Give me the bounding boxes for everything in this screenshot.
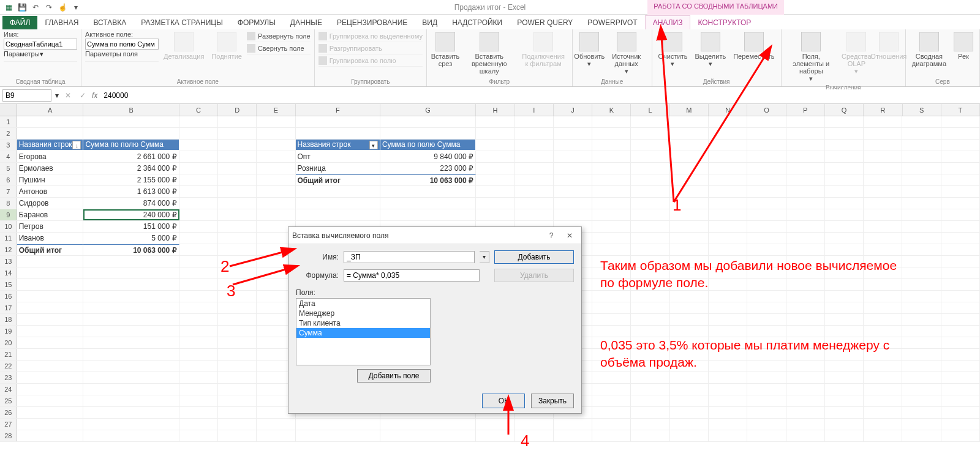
cell-K10[interactable] (592, 221, 631, 232)
cell-S15[interactable] (902, 279, 941, 290)
cell-R12[interactable] (864, 244, 902, 255)
cell-N17[interactable] (709, 302, 747, 313)
cell-P6[interactable] (786, 174, 825, 185)
cell-M11[interactable] (670, 233, 709, 244)
cell-A26[interactable] (17, 407, 84, 418)
cell-F7[interactable] (296, 186, 380, 197)
cell-R26[interactable] (864, 407, 902, 418)
cell-S28[interactable] (902, 430, 941, 441)
dialog-help-icon[interactable]: ? (543, 231, 559, 240)
cell-N19[interactable] (709, 326, 747, 337)
cell-B23[interactable] (83, 372, 179, 383)
cell-O12[interactable] (747, 244, 786, 255)
cell-C21[interactable] (179, 349, 218, 360)
row-header-8[interactable]: 8 (0, 198, 17, 209)
cell-S9[interactable] (902, 209, 941, 220)
cell-C22[interactable] (179, 361, 218, 372)
cell-N12[interactable] (709, 244, 747, 255)
cell-B7[interactable]: 1 613 000 ₽ (83, 186, 179, 197)
insert-timeline-button[interactable]: Вставить временную шкалу (462, 31, 516, 77)
cell-C11[interactable] (179, 233, 218, 244)
cell-P3[interactable] (786, 140, 825, 151)
fx-icon[interactable]: fx (92, 91, 97, 100)
cell-R10[interactable] (864, 221, 902, 232)
cell-B20[interactable] (83, 337, 179, 348)
cell-L9[interactable] (631, 209, 669, 220)
cell-A24[interactable] (17, 384, 84, 395)
cell-T19[interactable] (941, 326, 980, 337)
cell-R28[interactable] (864, 430, 902, 441)
cell-K8[interactable] (592, 198, 631, 209)
cell-N6[interactable] (709, 174, 747, 185)
cell-L17[interactable] (631, 302, 669, 313)
cell-L4[interactable] (631, 151, 669, 162)
cell-Q27[interactable] (825, 419, 864, 430)
cell-R6[interactable] (864, 174, 902, 185)
cell-O27[interactable] (747, 419, 786, 430)
cell-C19[interactable] (179, 326, 218, 337)
cell-L28[interactable] (631, 430, 669, 441)
field-params-button[interactable]: Параметры поля (85, 50, 159, 62)
cell-P25[interactable] (786, 395, 825, 406)
tab-data[interactable]: ДАННЫЕ (283, 16, 330, 29)
cell-C13[interactable] (179, 256, 218, 267)
row-header-3[interactable]: 3 (0, 140, 17, 151)
row-header-15[interactable]: 15 (0, 279, 17, 290)
cell-Q5[interactable] (825, 163, 864, 174)
cell-H2[interactable] (476, 128, 514, 139)
cell-A23[interactable] (17, 372, 84, 383)
col-header-P[interactable]: P (786, 104, 825, 116)
cell-S5[interactable] (902, 163, 941, 174)
tab-analyze[interactable]: АНАЛИЗ (645, 15, 691, 29)
cell-M10[interactable] (670, 221, 709, 232)
cell-I7[interactable] (514, 186, 553, 197)
cell-C10[interactable] (179, 221, 218, 232)
cell-S24[interactable] (902, 384, 941, 395)
cell-O19[interactable] (747, 326, 786, 337)
cell-K18[interactable] (592, 314, 631, 325)
cell-N4[interactable] (709, 151, 747, 162)
cell-D7[interactable] (218, 186, 257, 197)
cell-D24[interactable] (218, 384, 257, 395)
cell-C28[interactable] (179, 430, 218, 441)
col-header-K[interactable]: K (592, 104, 631, 116)
cell-Q6[interactable] (825, 174, 864, 185)
cell-T17[interactable] (941, 302, 980, 313)
cell-D8[interactable] (218, 198, 257, 209)
col-header-F[interactable]: F (296, 104, 380, 116)
col-header-B[interactable]: B (83, 104, 179, 116)
cell-T13[interactable] (941, 256, 980, 267)
row-header-7[interactable]: 7 (0, 186, 17, 197)
dialog-field-item[interactable]: Менеджер (296, 308, 430, 318)
cell-H4[interactable] (476, 151, 514, 162)
cell-L8[interactable] (631, 198, 669, 209)
tab-powerpivot[interactable]: POWERPIVOT (580, 16, 644, 29)
cell-O28[interactable] (747, 430, 786, 441)
cell-S21[interactable] (902, 349, 941, 360)
cell-H7[interactable] (476, 186, 514, 197)
cell-P10[interactable] (786, 221, 825, 232)
cell-D23[interactable] (218, 372, 257, 383)
cell-D22[interactable] (218, 361, 257, 372)
cell-L25[interactable] (631, 395, 669, 406)
row-header-26[interactable]: 26 (0, 407, 17, 418)
cell-B24[interactable] (83, 384, 179, 395)
cell-I8[interactable] (514, 198, 553, 209)
cell-A19[interactable] (17, 326, 84, 337)
cell-K25[interactable] (592, 395, 631, 406)
cell-R23[interactable] (864, 372, 902, 383)
tab-review[interactable]: РЕЦЕНЗИРОВАНИЕ (330, 16, 415, 29)
cell-B2[interactable] (83, 128, 179, 139)
cell-B10[interactable]: 151 000 ₽ (83, 221, 179, 232)
cell-A16[interactable] (17, 291, 84, 302)
cell-P4[interactable] (786, 151, 825, 162)
row-header-20[interactable]: 20 (0, 337, 17, 348)
col-header-H[interactable]: H (476, 104, 514, 116)
cell-K23[interactable] (592, 372, 631, 383)
cell-H3[interactable] (476, 140, 514, 151)
cell-C1[interactable] (179, 116, 218, 127)
select-button[interactable]: Выделить ▾ (692, 31, 728, 77)
cell-T10[interactable] (941, 221, 980, 232)
col-header-O[interactable]: O (747, 104, 786, 116)
cell-N8[interactable] (709, 198, 747, 209)
